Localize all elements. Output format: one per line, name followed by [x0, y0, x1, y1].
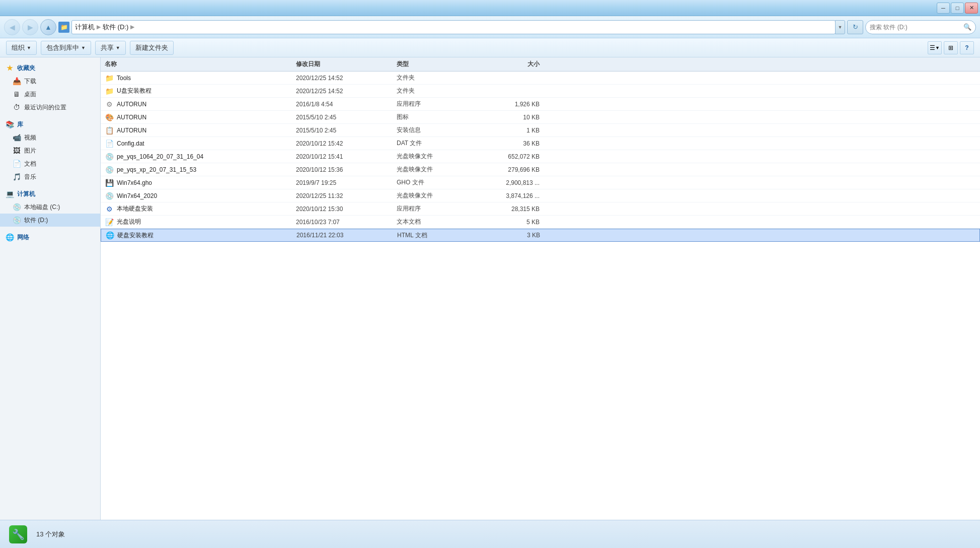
layout-button[interactable]: ⊞: [944, 41, 958, 54]
breadcrumb-bar[interactable]: 计算机 ▶ 软件 (D:) ▶: [71, 20, 836, 34]
organize-button[interactable]: 组织 ▼: [6, 41, 37, 55]
forward-icon: ▶: [28, 23, 33, 31]
library-header[interactable]: 📚 库: [0, 118, 100, 131]
toolbar-right: ☰ ▼ ⊞ ?: [928, 41, 974, 54]
file-name-cell: 🌐 硬盘安装教程: [105, 231, 296, 240]
file-type-cell: 应用程序: [397, 204, 477, 213]
up-button[interactable]: ▲: [40, 19, 56, 35]
computer-label: 计算机: [17, 190, 35, 198]
maximize-button[interactable]: □: [951, 3, 964, 14]
file-name-cell: 💿 pe_yqs_1064_20_07_31_16_04: [105, 152, 296, 161]
file-name-cell: 📝 光盘说明: [105, 218, 296, 227]
new-folder-button[interactable]: 新建文件夹: [130, 41, 174, 55]
local-disk-c-icon: 💿: [12, 202, 21, 212]
file-name-cell: ⚙ AUTORUN: [105, 100, 296, 109]
organize-dropdown-icon: ▼: [27, 45, 31, 50]
table-row[interactable]: 💿 pe_yqs_xp_20_07_31_15_53 2020/10/12 15…: [101, 163, 980, 176]
document-label: 文档: [24, 160, 36, 168]
refresh-button[interactable]: ↻: [847, 20, 863, 34]
documents-icon: 📄: [12, 159, 21, 168]
breadcrumb-drive[interactable]: 软件 (D:): [103, 23, 128, 32]
file-name-text: AUTORUN: [117, 127, 146, 134]
library-button[interactable]: 包含到库中 ▼: [41, 41, 91, 55]
file-size-cell: 36 KB: [477, 140, 548, 147]
sidebar-item-local-c[interactable]: 💿 本地磁盘 (C:): [0, 200, 100, 214]
file-name-text: AUTORUN: [117, 114, 146, 121]
sidebar-item-desktop[interactable]: 🖥 桌面: [0, 88, 100, 101]
library-label: 包含到库中: [46, 43, 79, 52]
file-size-cell: 1,926 KB: [477, 101, 548, 108]
close-button[interactable]: ✕: [965, 3, 978, 14]
file-date-cell: 2020/10/12 15:41: [296, 153, 397, 160]
table-row[interactable]: 📁 U盘安装教程 2020/12/25 14:52 文件夹: [101, 85, 980, 98]
sidebar-item-download[interactable]: 📥 下载: [0, 75, 100, 88]
back-button[interactable]: ◀: [4, 19, 20, 35]
table-row[interactable]: 💿 pe_yqs_1064_20_07_31_16_04 2020/10/12 …: [101, 150, 980, 163]
table-row[interactable]: 📁 Tools 2020/12/25 14:52 文件夹: [101, 72, 980, 85]
breadcrumb-folder-icon: 📁: [58, 22, 69, 33]
sidebar-item-recent[interactable]: ⏱ 最近访问的位置: [0, 101, 100, 114]
file-type-icon: ⚙: [105, 204, 114, 214]
video-icon: 📹: [12, 133, 21, 142]
table-row[interactable]: ⚙ 本地硬盘安装 2020/10/12 15:30 应用程序 28,315 KB: [101, 202, 980, 216]
table-row[interactable]: 📄 Config.dat 2020/10/12 15:42 DAT 文件 36 …: [101, 137, 980, 150]
network-icon: 🌐: [5, 233, 14, 242]
sidebar-item-documents[interactable]: 📄 文档: [0, 157, 100, 170]
library-dropdown-icon: ▼: [81, 45, 86, 50]
sidebar-item-drive-d[interactable]: 💿 软件 (D:): [0, 214, 100, 227]
file-name-cell: 🎨 AUTORUN: [105, 113, 296, 122]
computer-header[interactable]: 💻 计算机: [0, 187, 100, 200]
minimize-button[interactable]: ─: [937, 3, 950, 14]
status-count: 13 个对象: [36, 530, 65, 539]
search-input[interactable]: [870, 24, 961, 31]
file-type-icon: 🎨: [105, 113, 114, 122]
file-size-cell: 5 KB: [477, 219, 548, 226]
file-type-cell: 文件夹: [397, 74, 477, 82]
sidebar-item-video[interactable]: 📹 视频: [0, 131, 100, 144]
forward-button[interactable]: ▶: [22, 19, 38, 35]
col-header-name[interactable]: 名称: [105, 60, 296, 68]
help-button[interactable]: ?: [960, 41, 974, 54]
file-name-text: 本地硬盘安装: [117, 204, 153, 213]
file-type-cell: 安装信息: [397, 126, 477, 134]
table-row[interactable]: ⚙ AUTORUN 2016/1/8 4:54 应用程序 1,926 KB: [101, 98, 980, 111]
file-type-cell: 应用程序: [397, 100, 477, 108]
pictures-icon: 🖼: [12, 146, 21, 155]
music-label: 音乐: [24, 173, 36, 181]
table-row[interactable]: 🌐 硬盘安装教程 2016/11/21 22:03 HTML 文档 3 KB: [101, 229, 980, 242]
file-name-cell: 📋 AUTORUN: [105, 126, 296, 135]
table-row[interactable]: 💿 Win7x64_2020 2020/12/25 11:32 光盘映像文件 3…: [101, 189, 980, 202]
file-name-cell: 📁 Tools: [105, 74, 296, 83]
table-row[interactable]: 📋 AUTORUN 2015/5/10 2:45 安装信息 1 KB: [101, 124, 980, 137]
file-name-text: AUTORUN: [117, 101, 146, 108]
file-type-icon: 📋: [105, 126, 114, 135]
local-disk-c-label: 本地磁盘 (C:): [24, 203, 60, 212]
table-row[interactable]: 📝 光盘说明 2016/10/23 7:07 文本文档 5 KB: [101, 216, 980, 229]
breadcrumb-computer[interactable]: 计算机: [75, 23, 95, 32]
desktop-label: 桌面: [24, 90, 36, 99]
dropdown-icon: ▼: [838, 25, 843, 30]
share-button[interactable]: 共享 ▼: [95, 41, 126, 55]
file-name-cell: 💿 Win7x64_2020: [105, 191, 296, 200]
table-row[interactable]: 🎨 AUTORUN 2015/5/10 2:45 图标 10 KB: [101, 111, 980, 124]
sidebar-item-music[interactable]: 🎵 音乐: [0, 170, 100, 183]
breadcrumb-dropdown-button[interactable]: ▼: [835, 20, 845, 34]
favorites-header[interactable]: ★ 收藏夹: [0, 61, 100, 75]
file-size-cell: 10 KB: [477, 114, 548, 121]
search-icon[interactable]: 🔍: [963, 23, 971, 31]
statusbar: 🔧 13 个对象: [0, 520, 980, 548]
view-dropdown-icon: ▼: [935, 45, 940, 50]
file-date-cell: 2016/10/23 7:07: [296, 219, 397, 226]
up-icon: ▲: [45, 23, 52, 31]
network-header[interactable]: 🌐 网络: [0, 231, 100, 244]
file-name-cell: ⚙ 本地硬盘安装: [105, 204, 296, 214]
col-header-type[interactable]: 类型: [397, 60, 477, 68]
col-header-size[interactable]: 大小: [477, 60, 548, 68]
view-button[interactable]: ☰ ▼: [928, 41, 942, 54]
sidebar-item-pictures[interactable]: 🖼 图片: [0, 144, 100, 157]
table-row[interactable]: 💾 Win7x64.gho 2019/9/7 19:25 GHO 文件 2,90…: [101, 176, 980, 189]
layout-icon: ⊞: [948, 44, 953, 51]
col-header-date[interactable]: 修改日期: [296, 60, 397, 68]
file-date-cell: 2020/10/12 15:36: [296, 166, 397, 173]
status-app-icon: 🔧: [8, 524, 28, 544]
